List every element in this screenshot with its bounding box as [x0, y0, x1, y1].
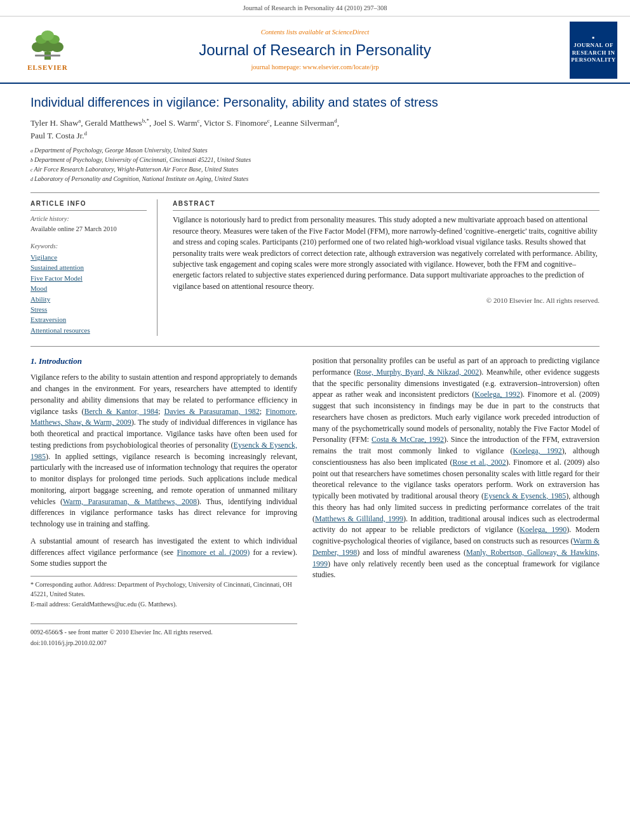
- body-paragraph-2: A substantial amount of research has inv…: [30, 536, 297, 570]
- abstract-section: Vigilance is notoriously hard to predict…: [173, 215, 600, 306]
- body-paragraph-1: Vigilance refers to the ability to susta…: [30, 372, 297, 530]
- elsevier-tree-icon: [25, 27, 70, 62]
- article-title: Individual differences in vigilance: Per…: [30, 94, 600, 110]
- ref-eysenck2[interactable]: Eysenck & Eysenck, 1985: [484, 491, 566, 500]
- ref-eysenck1[interactable]: Eysenck & Eysenck, 1985: [30, 441, 297, 461]
- authors: Tyler H. Shawa, Gerald Matthewsb,*, Joel…: [30, 117, 600, 142]
- article-info-abstract: ARTICLE INFO Article history: Available …: [30, 192, 600, 336]
- article-info-col: ARTICLE INFO Article history: Available …: [30, 199, 158, 336]
- sciencedirect-label: Contents lists available at ScienceDirec…: [83, 28, 547, 37]
- ref-rose[interactable]: Rose, Murphy, Byard, & Nikzad, 2002: [356, 368, 479, 377]
- ref-koelega1[interactable]: Koelega, 1992: [474, 390, 520, 399]
- keyword-attentional-resources[interactable]: Attentional resources: [30, 326, 147, 335]
- affiliations: aDepartment of Psychology, George Mason …: [30, 145, 600, 183]
- ref-matthews[interactable]: Matthews & Gilliland, 1999: [315, 514, 403, 523]
- article-history: Article history: Available online 27 Mar…: [30, 215, 147, 234]
- copyright: © 2010 Elsevier Inc. All rights reserved…: [173, 296, 600, 306]
- elsevier-logo: ELSEVIER: [13, 27, 83, 72]
- keyword-five-factor-model[interactable]: Five Factor Model: [30, 274, 147, 283]
- keyword-stress[interactable]: Stress: [30, 305, 147, 314]
- journal-cover: ■ JOURNAL OF RESEARCH IN PERSONALITY: [570, 22, 617, 79]
- main-content: Individual differences in vigilance: Per…: [0, 84, 630, 661]
- journal-cover-text: ■ JOURNAL OF RESEARCH IN PERSONALITY: [571, 36, 616, 64]
- keyword-vigilance[interactable]: Vigilance: [30, 253, 147, 262]
- keyword-extraversion[interactable]: Extraversion: [30, 315, 147, 324]
- ref-berch[interactable]: Berch & Kantor, 1984: [84, 407, 158, 416]
- abstract-label: ABSTRACT: [173, 199, 600, 211]
- keyword-ability[interactable]: Ability: [30, 295, 147, 304]
- footnote-corresponding: * Corresponding author. Address: Departm…: [30, 580, 297, 599]
- journal-homepage: journal homepage: www.elsevier.com/locat…: [83, 63, 547, 72]
- article-info-label: ARTICLE INFO: [30, 199, 147, 211]
- keyword-sustained-attention[interactable]: Sustained attention: [30, 263, 147, 272]
- journal-title: Journal of Research in Personality: [83, 39, 547, 61]
- elsevier-logo-area: ELSEVIER: [13, 27, 83, 72]
- footnote-bottom: 0092-6566/$ - see front matter © 2010 El…: [30, 628, 297, 637]
- svg-point-6: [41, 30, 54, 41]
- right-paragraph-1: position that personality profiles can b…: [312, 356, 600, 581]
- ref-finomore2[interactable]: Finomore et al. (2009): [177, 548, 250, 557]
- body-left-col: 1. Introduction Vigilance refers to the …: [30, 356, 297, 648]
- journal-header: ELSEVIER Contents lists available at Sci…: [0, 17, 630, 84]
- body-right-col: position that personality profiles can b…: [312, 356, 600, 648]
- doi-line: doi:10.1016/j.jrp.2010.02.007: [30, 639, 297, 648]
- body-content: 1. Introduction Vigilance refers to the …: [30, 346, 600, 648]
- page: Journal of Research in Personality 44 (2…: [0, 0, 630, 840]
- ref-koelega3[interactable]: Koelega, 1990: [519, 525, 566, 534]
- ref-costa[interactable]: Costa & McCrae, 1992: [372, 435, 444, 444]
- top-bar: Journal of Research in Personality 44 (2…: [0, 0, 630, 17]
- svg-rect-7: [35, 55, 60, 57]
- keyword-mood[interactable]: Mood: [30, 284, 147, 293]
- elsevier-brand: ELSEVIER: [27, 63, 68, 72]
- footnote-area: * Corresponding author. Address: Departm…: [30, 576, 297, 610]
- journal-cover-area: ■ JOURNAL OF RESEARCH IN PERSONALITY: [547, 22, 617, 79]
- footnote-email: E-mail address: GeraldMatthews@uc.edu (G…: [30, 600, 297, 610]
- ref-davies[interactable]: Davies & Parasuraman, 1982: [164, 407, 259, 416]
- bottom-footnote-area: 0092-6566/$ - see front matter © 2010 El…: [30, 623, 297, 648]
- ref-rose2[interactable]: Rose et al., 2002: [452, 458, 506, 467]
- abstract-text: Vigilance is notoriously hard to predict…: [173, 215, 600, 292]
- keywords-label: Keywords:: [30, 242, 147, 251]
- journal-header-center: Contents lists available at ScienceDirec…: [83, 28, 547, 72]
- journal-citation: Journal of Research in Personality 44 (2…: [243, 4, 387, 11]
- keywords-section: Keywords: Vigilance Sustained attention …: [30, 242, 147, 335]
- abstract-col: ABSTRACT Vigilance is notoriously hard t…: [173, 199, 600, 336]
- history-label: Article history:: [30, 215, 147, 223]
- ref-koelega2[interactable]: Koelega, 1992: [513, 446, 562, 455]
- history-value: Available online 27 March 2010: [30, 225, 147, 234]
- intro-title: 1. Introduction: [30, 356, 297, 367]
- ref-warm[interactable]: Warm, Parasuraman, & Matthews, 2008: [63, 497, 197, 506]
